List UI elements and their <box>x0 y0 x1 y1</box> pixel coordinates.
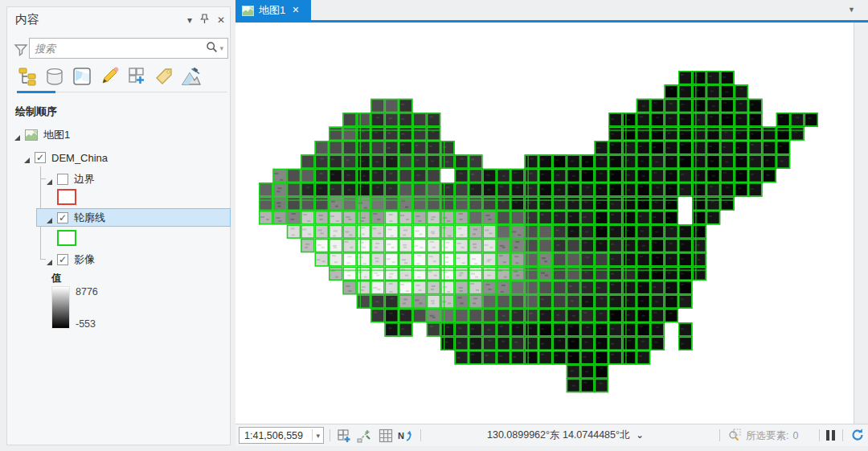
statusbar-separator <box>842 429 843 441</box>
coordinates-caret-icon[interactable]: ⌄ <box>637 430 644 441</box>
filter-icon[interactable] <box>14 43 28 60</box>
list-by-drawing-order-icon[interactable] <box>17 65 38 88</box>
map-statusbar: 1:41,506,559 ▾ N 130.0899962°东 14.074448… <box>235 424 868 446</box>
expander-icon[interactable] <box>23 154 31 162</box>
contents-toolbar <box>17 65 202 89</box>
imagery-checkbox[interactable]: ✓ <box>57 254 68 265</box>
tree-row-imagery[interactable]: ✓ 影像 <box>46 251 95 269</box>
outline-symbol-swatch[interactable] <box>57 230 76 246</box>
tree-row-layer[interactable]: ✓ DEM_China <box>23 149 108 166</box>
legend-gradient <box>51 286 70 329</box>
boundary-checkbox[interactable] <box>57 174 68 185</box>
statusbar-separator <box>330 429 330 441</box>
list-by-data-source-icon[interactable] <box>44 65 65 88</box>
north-arrow-button[interactable]: N <box>396 428 414 444</box>
select-zoom-icon <box>727 428 742 444</box>
panel-controls: ▾ ✕ <box>187 14 225 27</box>
tree-branch-stub <box>40 178 46 179</box>
layer-label: DEM_China <box>51 152 108 164</box>
selected-features-label: 所选要素: <box>746 429 788 443</box>
add-grid-button[interactable] <box>335 428 353 444</box>
search-input[interactable] <box>30 43 206 55</box>
boundary-symbol-swatch[interactable] <box>57 189 76 205</box>
statusbar-separator <box>819 429 820 441</box>
boundary-label: 边界 <box>74 172 95 187</box>
expander-icon[interactable] <box>14 132 21 139</box>
scale-caret-icon[interactable]: ▾ <box>313 432 323 440</box>
snapping-button[interactable] <box>356 428 374 444</box>
arcgis-pro-window: 内容 ▾ ✕ ▾ <box>0 0 868 451</box>
tab-map1[interactable]: 地图1 ✕ <box>235 0 311 20</box>
toolbar-divider <box>55 92 227 92</box>
drawing-order-header: 绘制顺序 <box>15 105 57 119</box>
layer-checkbox[interactable]: ✓ <box>35 152 46 163</box>
selected-features-count: 0 <box>792 430 798 441</box>
statusbar-separator <box>719 429 720 441</box>
legend-title: 值 <box>51 272 62 285</box>
svg-text:N: N <box>398 431 404 441</box>
legend-min-value: -553 <box>76 318 96 330</box>
map-thumbnail-icon <box>242 5 254 15</box>
legend-max-value: 8776 <box>76 286 98 297</box>
outline-checkbox[interactable]: ✓ <box>57 212 68 223</box>
tab-label: 地图1 <box>259 3 285 18</box>
scale-value: 1:41,506,559 <box>240 430 312 441</box>
search-icon[interactable] <box>206 41 218 56</box>
table-button[interactable] <box>377 428 395 444</box>
cursor-coordinates[interactable]: 130.0899962°东 14.0744485°北 ⌄ <box>487 428 644 442</box>
refresh-button[interactable] <box>850 428 865 445</box>
coordinates-value: 130.0899962°东 14.0744485°北 <box>487 428 630 442</box>
list-by-perspective-icon[interactable] <box>181 65 202 88</box>
pin-icon[interactable] <box>200 14 209 27</box>
pause-bar <box>832 430 835 441</box>
scale-selector[interactable]: 1:41,506,559 ▾ <box>239 427 324 444</box>
tree-row-boundary[interactable]: 边界 <box>46 170 95 188</box>
map-label: 地图1 <box>43 128 70 142</box>
tree-branch-stub <box>40 259 46 260</box>
map-view[interactable] <box>235 23 854 424</box>
tab-close-icon[interactable]: ✕ <box>292 5 299 15</box>
tree-row-map[interactable]: 地图1 <box>14 126 70 144</box>
tab-overflow-caret-icon[interactable]: ▼ <box>848 6 855 14</box>
pause-bar <box>826 430 829 441</box>
expander-icon[interactable] <box>46 256 53 264</box>
map-thumbnail-icon <box>25 129 38 141</box>
view-tabstrip: 地图1 ✕ ▼ <box>235 0 868 20</box>
statusbar-separator <box>420 429 421 441</box>
list-by-snapping-icon[interactable] <box>126 65 147 88</box>
list-by-selection-icon[interactable] <box>72 65 92 88</box>
contents-panel: 内容 ▾ ✕ ▾ <box>6 6 231 445</box>
pause-drawing-button[interactable] <box>826 430 835 441</box>
imagery-label: 影像 <box>74 252 95 267</box>
map-canvas[interactable] <box>235 23 854 423</box>
expander-icon[interactable] <box>46 215 53 222</box>
outline-label: 轮廓线 <box>74 211 105 225</box>
search-caret-icon[interactable]: ▾ <box>219 44 223 52</box>
expander-icon[interactable] <box>46 176 53 183</box>
selected-features-group[interactable]: 所选要素: 0 <box>727 428 798 444</box>
panel-title: 内容 <box>15 12 39 27</box>
tree-row-outline[interactable]: ✓ 轮廓线 <box>46 209 105 227</box>
list-by-labeling-icon[interactable] <box>154 65 174 88</box>
panel-menu-caret-icon[interactable]: ▾ <box>187 14 192 26</box>
active-toolbar-tab-indicator <box>17 91 55 93</box>
close-icon[interactable]: ✕ <box>217 14 225 26</box>
search-box: ▾ <box>29 38 228 59</box>
list-by-editing-icon[interactable] <box>99 65 120 88</box>
